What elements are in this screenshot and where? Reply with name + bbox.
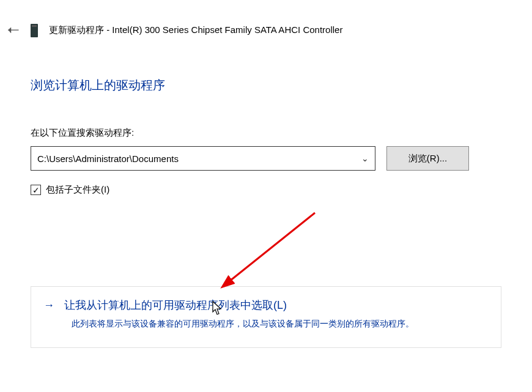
option-description: 此列表将显示与该设备兼容的可用驱动程序，以及与该设备属于同一类别的所有驱动程序。 [72,317,489,330]
option-title: 让我从计算机上的可用驱动程序列表中选取(L) [64,298,287,312]
search-location-label: 在以下位置搜索驱动程序: [31,127,501,139]
window-title: 更新驱动程序 - Intel(R) 300 Series Chipset Fam… [49,24,342,36]
device-icon [31,24,38,37]
arrow-right-icon: → [43,299,54,312]
include-subfolders-checkbox[interactable] [31,185,41,195]
pick-from-list-option[interactable]: → 让我从计算机上的可用驱动程序列表中选取(L) 此列表将显示与该设备兼容的可用… [31,286,501,348]
chevron-down-icon: ⌄ [361,153,369,163]
include-subfolders-label: 包括子文件夹(I) [46,184,109,196]
path-combobox[interactable]: C:\Users\Administrator\Documents ⌄ [31,146,375,171]
path-value: C:\Users\Administrator\Documents [37,153,179,164]
browse-button[interactable]: 浏览(R)... [386,146,469,171]
back-button[interactable]: 🠐 [7,23,20,37]
page-heading: 浏览计算机上的驱动程序 [31,77,501,94]
